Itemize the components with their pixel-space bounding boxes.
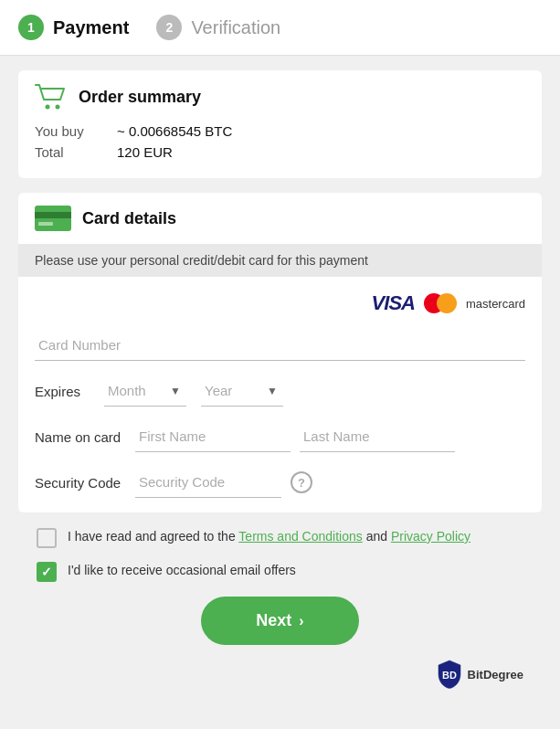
step-1: 1 Payment bbox=[18, 15, 129, 40]
security-help-icon[interactable]: ? bbox=[291, 471, 312, 493]
terms-link[interactable]: Terms and Conditions bbox=[238, 529, 362, 544]
expires-row: Expires Month 01 02 03 04 05 06 07 08 bbox=[35, 375, 525, 407]
privacy-link[interactable]: Privacy Policy bbox=[391, 529, 470, 544]
month-select-wrapper: Month 01 02 03 04 05 06 07 08 09 10 11 bbox=[104, 375, 186, 407]
last-name-input[interactable] bbox=[300, 421, 455, 452]
name-label: Name on card bbox=[35, 429, 135, 452]
next-button[interactable]: Next › bbox=[201, 597, 358, 645]
step-1-label: Payment bbox=[53, 17, 129, 38]
bitdegree-branding: BD BitDegree bbox=[18, 660, 542, 698]
order-summary-section: Order summary You buy ~ 0.00668545 BTC T… bbox=[18, 70, 542, 178]
checkbox-section: I have read and agreed to the Terms and … bbox=[18, 527, 542, 582]
terms-checkbox-row: I have read and agreed to the Terms and … bbox=[37, 527, 523, 548]
next-btn-wrapper: Next › bbox=[18, 597, 542, 645]
mc-circle-orange bbox=[437, 293, 457, 313]
svg-point-0 bbox=[46, 105, 50, 110]
next-arrow-icon: › bbox=[299, 613, 303, 629]
card-number-input[interactable] bbox=[35, 330, 525, 361]
step-2-circle: 2 bbox=[156, 15, 182, 40]
steps-header: 1 Payment 2 Verification bbox=[0, 0, 560, 56]
email-offers-checkbox-row: I'd like to receive occasional email off… bbox=[37, 561, 523, 582]
svg-rect-3 bbox=[35, 212, 71, 218]
year-select-wrapper: Year 2024 2025 2026 2027 2028 2029 2030 … bbox=[201, 375, 283, 407]
security-input-wrapper: ? bbox=[135, 467, 312, 498]
mastercard-logo: mastercard bbox=[424, 293, 525, 313]
bitdegree-shield-icon: BD bbox=[437, 660, 462, 689]
order-summary-title: Order summary bbox=[79, 88, 201, 107]
mc-circles bbox=[424, 293, 457, 313]
card-details-section: Card details Please use your personal cr… bbox=[18, 193, 542, 512]
name-row: Name on card bbox=[35, 421, 525, 452]
terms-text: I have read and agreed to the Terms and … bbox=[68, 527, 470, 546]
order-summary-header: Order summary bbox=[35, 83, 525, 111]
notice-bar: Please use your personal credit/debit ca… bbox=[18, 244, 542, 277]
svg-point-1 bbox=[56, 105, 60, 110]
card-icon bbox=[35, 206, 71, 231]
security-code-input[interactable] bbox=[135, 467, 281, 498]
svg-text:BD: BD bbox=[442, 670, 457, 681]
first-name-input[interactable] bbox=[135, 421, 291, 452]
cart-icon bbox=[35, 83, 68, 111]
order-row-buy: You buy ~ 0.00668545 BTC bbox=[35, 123, 525, 139]
month-select[interactable]: Month 01 02 03 04 05 06 07 08 09 10 11 bbox=[104, 375, 186, 407]
card-logos: VISA mastercard bbox=[35, 291, 525, 315]
svg-rect-4 bbox=[38, 222, 53, 226]
card-details-title: Card details bbox=[82, 209, 176, 228]
bitdegree-name: BitDegree bbox=[468, 668, 523, 681]
expires-label: Expires bbox=[35, 384, 90, 399]
card-details-header: Card details bbox=[18, 193, 542, 244]
card-number-field bbox=[35, 330, 525, 361]
email-offers-text: I'd like to receive occasional email off… bbox=[68, 561, 296, 580]
visa-logo: VISA bbox=[372, 291, 415, 315]
security-code-label: Security Code bbox=[35, 475, 135, 491]
year-select[interactable]: Year 2024 2025 2026 2027 2028 2029 2030 bbox=[201, 375, 283, 407]
order-row-total: Total 120 EUR bbox=[35, 144, 525, 160]
step-2: 2 Verification bbox=[156, 15, 280, 40]
terms-checkbox[interactable] bbox=[37, 528, 57, 548]
email-offers-checkbox[interactable] bbox=[37, 562, 57, 582]
step-1-circle: 1 bbox=[18, 15, 44, 40]
card-form-area: VISA mastercard Expires bbox=[18, 277, 542, 512]
step-2-label: Verification bbox=[191, 17, 280, 38]
security-row: Security Code ? bbox=[35, 467, 525, 498]
